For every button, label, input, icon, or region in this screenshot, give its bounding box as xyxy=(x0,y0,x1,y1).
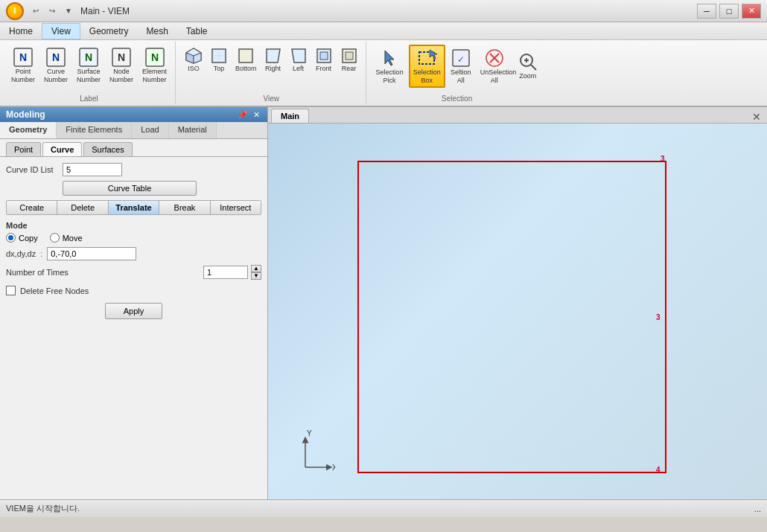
selection-all-btn[interactable]: ✓ SeltionAll xyxy=(447,45,475,87)
dxdydz-row: dx,dy,dz : xyxy=(6,247,261,260)
svg-marker-18 xyxy=(267,49,280,63)
iso-icon xyxy=(185,47,203,65)
minimize-btn[interactable]: ─ xyxy=(697,4,716,19)
point-number-icon: N xyxy=(13,47,34,68)
svg-text:N: N xyxy=(52,51,60,63)
iso-btn[interactable]: ISO xyxy=(182,45,206,75)
point-label-3-top: 3 xyxy=(661,155,665,163)
svg-rect-21 xyxy=(320,52,328,60)
dxdydz-sep: : xyxy=(40,249,42,258)
node-number-btn[interactable]: N NodeNumber xyxy=(106,45,137,86)
mode-copy-option[interactable]: Copy xyxy=(6,233,38,243)
move-radio[interactable] xyxy=(50,233,60,243)
zoom-btn[interactable]: Zoom xyxy=(514,49,542,83)
view-buttons: ISO Top Bo xyxy=(182,45,361,75)
surface-number-label: SurfaceNumber xyxy=(77,68,101,84)
tab-finite-elements[interactable]: Finite Elements xyxy=(57,122,132,138)
svg-marker-26 xyxy=(430,50,437,60)
front-icon xyxy=(315,47,333,65)
action-intersect[interactable]: Intersect xyxy=(211,201,261,214)
redo-btn[interactable]: ↪ xyxy=(46,5,58,17)
viewport-main-tab[interactable]: Main xyxy=(271,109,309,123)
apply-btn[interactable]: Apply xyxy=(105,303,163,319)
copy-radio[interactable] xyxy=(6,233,16,243)
subtab-surfaces[interactable]: Surfaces xyxy=(83,142,132,156)
curve-table-btn[interactable]: Curve Table xyxy=(63,181,197,196)
app-icon: I xyxy=(6,2,24,20)
curve-number-btn[interactable]: N CurveNumber xyxy=(40,45,71,86)
dxdydz-label: dx,dy,dz xyxy=(6,249,36,258)
panel-titlebar: Modeling 📌 ✕ xyxy=(0,107,267,122)
panel-pin-btn[interactable]: 📌 xyxy=(238,109,248,120)
svg-text:N: N xyxy=(19,51,27,63)
svg-rect-23 xyxy=(346,52,353,60)
left-icon xyxy=(290,47,308,65)
iso-label: ISO xyxy=(188,65,200,73)
unselection-all-btn[interactable]: UnSelectionAll xyxy=(477,45,512,87)
selection-pick-btn[interactable]: SelectionPick xyxy=(372,45,407,87)
viewport-close-btn[interactable]: ✕ xyxy=(749,111,764,123)
curve-id-label: Curve ID List xyxy=(6,165,58,174)
dxdydz-input[interactable] xyxy=(47,247,136,260)
menu-mesh[interactable]: Mesh xyxy=(138,24,177,39)
ribbon-group-label: N PointNumber N CurveNumber xyxy=(3,42,176,104)
mode-move-option[interactable]: Move xyxy=(50,233,83,243)
close-btn[interactable]: ✕ xyxy=(742,4,761,19)
subtab-point[interactable]: Point xyxy=(6,142,41,156)
delete-free-nodes-label: Delete Free Nodes xyxy=(20,286,89,295)
element-number-btn[interactable]: N ElementNumber xyxy=(139,45,171,86)
surface-number-btn[interactable]: N SurfaceNumber xyxy=(73,45,104,86)
left-btn[interactable]: Left xyxy=(287,45,311,75)
mode-radio-row: Copy Move xyxy=(6,233,261,243)
selection-all-label: SeltionAll xyxy=(451,68,471,85)
top-btn[interactable]: Top xyxy=(207,45,231,75)
tab-material[interactable]: Material xyxy=(169,122,217,138)
point-number-btn[interactable]: N PointNumber xyxy=(7,45,39,86)
maximize-btn[interactable]: □ xyxy=(719,4,739,19)
front-btn[interactable]: Front xyxy=(312,45,336,75)
modeling-panel: Modeling 📌 ✕ Geometry Finite Elements Lo… xyxy=(0,107,268,499)
menu-geometry[interactable]: Geometry xyxy=(80,24,138,39)
action-break[interactable]: Break xyxy=(159,201,210,214)
label-group-label: Label xyxy=(3,94,175,103)
curve-table-row: Curve Table xyxy=(6,181,261,196)
action-translate[interactable]: Translate xyxy=(109,201,159,214)
tab-geometry[interactable]: Geometry xyxy=(0,122,57,138)
menu-table[interactable]: Table xyxy=(177,24,217,39)
undo-btn[interactable]: ↩ xyxy=(30,5,42,17)
panel-close-btn[interactable]: ✕ xyxy=(251,109,261,120)
ribbon-group-view: ISO Top Bo xyxy=(177,42,366,104)
svg-rect-17 xyxy=(239,49,252,63)
rear-btn[interactable]: Rear xyxy=(337,45,361,75)
front-label: Front xyxy=(316,65,331,73)
bottom-btn[interactable]: Bottom xyxy=(232,45,260,75)
title-bar: I ↩ ↪ ▼ Main - VIEM ─ □ ✕ xyxy=(0,0,767,22)
viewport-tabs: Main ✕ xyxy=(268,107,767,124)
viewport-canvas[interactable]: 3 2 1 1 3 4 4 2 xyxy=(268,124,767,499)
curve-number-label: CurveNumber xyxy=(44,68,68,84)
selection-box-icon xyxy=(416,48,437,68)
content-area: Modeling 📌 ✕ Geometry Finite Elements Lo… xyxy=(0,107,767,499)
sub-tabs: Point Curve Surfaces xyxy=(0,139,267,157)
qa-arrow[interactable]: ▼ xyxy=(63,5,74,17)
delete-free-nodes-checkbox[interactable] xyxy=(6,286,16,295)
svg-marker-19 xyxy=(292,49,305,63)
num-times-label: Number of Times xyxy=(6,268,200,277)
menu-view[interactable]: View xyxy=(42,23,80,39)
right-icon xyxy=(264,47,282,65)
curve-id-input[interactable] xyxy=(63,163,122,176)
action-create[interactable]: Create xyxy=(7,201,57,214)
curve-id-row: Curve ID List xyxy=(6,163,261,176)
spinner-up[interactable]: ▲ xyxy=(251,265,261,272)
menu-home[interactable]: Home xyxy=(0,24,42,39)
subtab-curve[interactable]: Curve xyxy=(42,142,82,156)
spinner-down[interactable]: ▼ xyxy=(251,272,261,280)
panel-title-controls: 📌 ✕ xyxy=(238,109,261,120)
selection-box-btn[interactable]: SelectionBox xyxy=(409,45,445,88)
num-times-input[interactable] xyxy=(203,266,248,279)
status-right: ... xyxy=(754,504,761,513)
action-delete[interactable]: Delete xyxy=(57,201,108,214)
right-btn[interactable]: Right xyxy=(261,45,285,75)
num-times-row: Number of Times ▲ ▼ xyxy=(6,265,261,280)
tab-load[interactable]: Load xyxy=(132,122,168,138)
